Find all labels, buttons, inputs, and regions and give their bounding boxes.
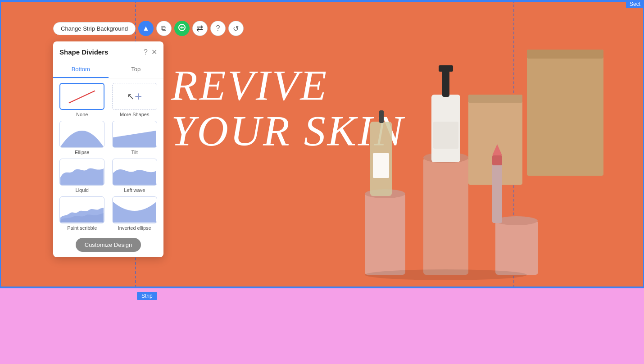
shape-item-liquid[interactable]: Liquid: [58, 159, 107, 193]
tilt-svg: [113, 122, 156, 147]
more-button[interactable]: ↺: [228, 21, 244, 36]
arrow-up-icon: ▲: [142, 24, 150, 32]
left-wave-svg: [113, 159, 156, 185]
svg-rect-4: [423, 158, 468, 275]
shape-preview-left-wave: [112, 159, 157, 186]
strip-label: Strip: [137, 292, 157, 300]
crop-button[interactable]: [174, 21, 190, 36]
panel-help-icon: ?: [144, 48, 148, 56]
bottom-section: [0, 287, 644, 364]
close-icon: ✕: [151, 48, 157, 56]
shape-label-tilt: Tilt: [132, 150, 138, 155]
svg-rect-3: [468, 95, 522, 103]
shape-label-none: None: [76, 112, 88, 117]
svg-rect-13: [433, 122, 458, 149]
product-scene-svg: [329, 23, 608, 284]
shape-label-liquid: Liquid: [76, 187, 89, 193]
shape-item-left-wave[interactable]: Left wave: [110, 159, 159, 193]
panel-tabs: Bottom Top: [53, 61, 163, 78]
svg-point-20: [365, 269, 527, 280]
panel-title: Shape Dividers: [59, 48, 108, 56]
shape-item-tilt[interactable]: Tilt: [110, 121, 159, 155]
arrow-up-icon-button[interactable]: ▲: [138, 21, 154, 36]
svg-rect-12: [439, 65, 453, 72]
section-label: Sect: [626, 0, 644, 8]
shape-item-more[interactable]: ↖ + More Shapes: [110, 83, 159, 117]
hero-line1: REVIVE: [171, 61, 328, 109]
paint-scribble-svg: [60, 197, 104, 223]
hero-border-bottom: [0, 287, 644, 288]
product-area: [329, 23, 608, 284]
tab-top[interactable]: Top: [109, 61, 164, 78]
copy-button[interactable]: ⧉: [156, 21, 172, 36]
svg-rect-16: [373, 153, 389, 178]
svg-rect-1: [527, 50, 603, 59]
more-icon: ↺: [233, 24, 239, 33]
change-bg-button[interactable]: Change Strip Background: [53, 22, 136, 35]
shape-label-ellipse: Ellipse: [75, 150, 89, 155]
shape-item-paint-scribble[interactable]: Paint scribble: [58, 196, 107, 231]
svg-rect-11: [442, 68, 449, 97]
panel-close-button[interactable]: ✕: [151, 48, 157, 56]
shape-preview-paint-scribble: [59, 196, 104, 223]
panel-help-button[interactable]: ?: [144, 48, 148, 56]
copy-icon: ⧉: [161, 24, 166, 32]
inverted-ellipse-svg: [113, 197, 156, 223]
svg-rect-8: [495, 221, 538, 275]
help-icon: ?: [216, 24, 220, 32]
customize-design-button[interactable]: Customize Design: [76, 238, 141, 252]
shape-item-none[interactable]: None: [58, 83, 107, 117]
swap-icon: ⇄: [196, 23, 203, 33]
svg-rect-0: [527, 50, 603, 176]
panel-header: Shape Dividers ? ✕: [53, 41, 163, 61]
shape-label-inverted-ellipse: Inverted ellipse: [118, 225, 151, 231]
shape-preview-liquid: [59, 159, 104, 186]
shape-preview-ellipse: [59, 121, 104, 148]
svg-rect-18: [492, 155, 502, 165]
none-shape-visual: [64, 87, 100, 105]
liquid-svg: [60, 159, 104, 185]
shape-label-left-wave: Left wave: [124, 187, 145, 193]
plus-icon: +: [135, 89, 142, 104]
shape-preview-more: ↖ +: [112, 83, 157, 110]
ellipse-svg: [60, 122, 104, 147]
svg-rect-17: [492, 162, 502, 223]
shape-grid: None ↖ + More Shapes Ellipse: [53, 78, 163, 235]
shape-dividers-panel: Shape Dividers ? ✕ Bottom Top None: [53, 41, 163, 257]
panel-header-icons: ? ✕: [144, 48, 157, 56]
crop-icon: [178, 23, 186, 33]
cursor-icon: ↖: [127, 91, 135, 102]
shape-label-paint-scribble: Paint scribble: [67, 225, 97, 231]
swap-button[interactable]: ⇄: [192, 21, 208, 36]
top-border: [0, 0, 644, 2]
hero-border-left: [0, 2, 1, 287]
svg-rect-15: [379, 110, 384, 123]
help-button[interactable]: ?: [210, 21, 226, 36]
shape-item-ellipse[interactable]: Ellipse: [58, 121, 107, 155]
svg-rect-6: [365, 194, 405, 275]
tab-bottom[interactable]: Bottom: [53, 61, 109, 78]
shape-preview-tilt: [112, 121, 157, 148]
shape-label-more: More Shapes: [120, 112, 149, 117]
toolbar: Change Strip Background ▲ ⧉ ⇄ ? ↺: [53, 21, 244, 36]
shape-preview-inverted-ellipse: [112, 196, 157, 223]
shape-item-inverted-ellipse[interactable]: Inverted ellipse: [110, 196, 159, 231]
shape-preview-none: [59, 83, 104, 110]
